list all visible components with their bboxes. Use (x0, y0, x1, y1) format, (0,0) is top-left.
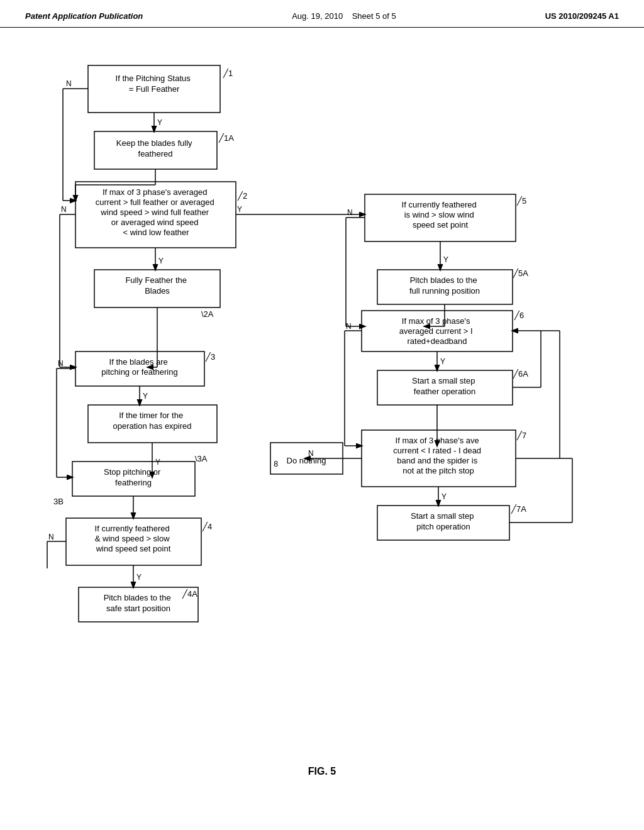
node8-text: Do nothing (287, 456, 326, 465)
ref2A: \2A (201, 309, 214, 319)
label-n-6: N (346, 322, 352, 331)
node1-text: If the Pitching Status = Full Feather (116, 74, 193, 94)
node6A-text: Start a small step feather operation (412, 376, 477, 396)
ref7A: ╱7A (511, 504, 526, 514)
node3B-text: Stop pitching or feathering (104, 467, 163, 487)
ref1A: ╱1A (218, 133, 234, 143)
node4-text: If currently feathered & wind speed > sl… (95, 524, 172, 553)
ref5: ╱5 (516, 196, 526, 206)
ref8-label: 8 (274, 459, 278, 468)
label-y-2-right: Y (237, 205, 242, 214)
ref3: ╱3 (205, 351, 215, 362)
ref6: ╱6 (514, 310, 524, 321)
label-n-2: N (61, 205, 67, 214)
header-center: Aug. 19, 2010 Sheet 5 of 5 (292, 11, 396, 21)
label-y-7: Y (441, 492, 447, 501)
node3-text: If the blades are pitching or feathering (101, 357, 177, 377)
ref7: ╱7 (516, 430, 526, 441)
label-y-3: Y (143, 392, 148, 401)
header-date: Aug. 19, 2010 (292, 11, 343, 21)
node6-text: If max of 3 phase's averaged current > I… (399, 316, 475, 346)
node4A-text: Pitch blades to the safe start position (104, 593, 174, 613)
label-n-1: N (66, 79, 72, 88)
page: Patent Application Publication Aug. 19, … (0, 0, 644, 830)
label-n-5: N (347, 208, 353, 217)
label-n-3: N (58, 359, 64, 368)
ref3A: \3A (195, 454, 208, 463)
label-y-3A: Y (155, 458, 160, 467)
node7-text: If max of 3 phase's ave current < I rate… (393, 436, 483, 475)
figure-caption: FIG. 5 (25, 766, 619, 777)
label-y-4: Y (136, 573, 142, 582)
diagram-area: If the Pitching Status = Full Feather ╱1… (0, 28, 644, 796)
ref4: ╱4 (202, 521, 212, 532)
node2-text: If max of 3 phase's averaged current > f… (96, 187, 217, 237)
ref2: ╱2 (237, 191, 247, 201)
label-y-6: Y (440, 357, 445, 366)
node2A-text: Fully Feather the Blades (125, 275, 189, 296)
ref6A: ╱6A (513, 368, 528, 379)
header-left: Patent Application Publication (25, 11, 143, 21)
header-sheet: Sheet 5 of 5 (352, 11, 396, 21)
ref4A: ╱4A (182, 589, 197, 599)
ref1: ╱1 (223, 68, 233, 79)
label-y-2: Y (158, 257, 164, 265)
node3A-text: If the timer for the operation has expir… (113, 411, 191, 431)
node1A-text: Keep the blades fully feathered (116, 138, 194, 158)
header-right: US 2010/209245 A1 (545, 11, 619, 21)
flowchart-svg: If the Pitching Status = Full Feather ╱1… (25, 47, 616, 757)
header: Patent Application Publication Aug. 19, … (0, 0, 644, 28)
label-n-4: N (48, 533, 54, 541)
node5-text: If currently feathered is wind > slow wi… (402, 200, 479, 230)
ref5A: ╱5A (513, 268, 528, 279)
label-y-1: Y (157, 118, 162, 127)
node7A-text: Start a small step pitch operation (411, 511, 476, 531)
node5A-text: Pitch blades to the full running positio… (409, 275, 480, 296)
label-y-5: Y (443, 255, 448, 264)
ref3B: 3B (53, 497, 64, 506)
